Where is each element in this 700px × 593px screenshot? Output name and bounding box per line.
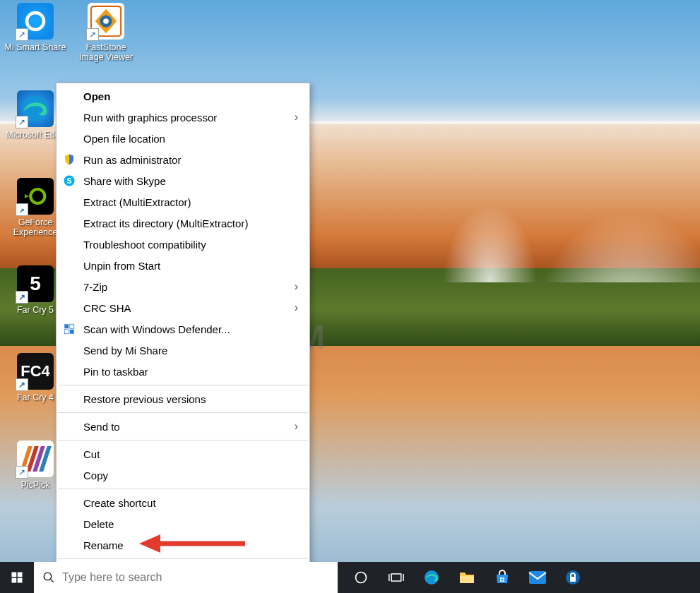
menu-item-delete[interactable]: Delete	[57, 513, 309, 534]
skype-icon: S	[62, 174, 76, 188]
menu-item-label: Create shortcut	[83, 497, 156, 509]
taskbar-edge[interactable]	[414, 562, 449, 593]
menu-item-extract-multiextractor[interactable]: Extract (MultiExtractor)	[57, 191, 309, 212]
far-cry-5-icon: 5 ↗	[17, 265, 54, 302]
menu-item-cut[interactable]: Cut	[57, 443, 309, 465]
shortcut-arrow-icon: ↗	[16, 203, 28, 216]
desktop-icon-faststone[interactable]: ↗ FastStone Image Viewer	[76, 3, 136, 71]
svg-rect-29	[500, 580, 502, 582]
menu-item-run-graphics[interactable]: Run with graphics processor›	[57, 107, 309, 128]
menu-item-label: Restore previous versions	[83, 393, 206, 405]
menu-item-open-file-location[interactable]: Open file location	[57, 128, 309, 149]
menu-item-send-mi-share[interactable]: Send by Mi Share	[57, 340, 309, 361]
menu-item-label: CRC SHA	[83, 302, 131, 314]
menu-item-label: Cut	[83, 448, 100, 460]
menu-item-label: Share with Skype	[83, 175, 166, 187]
menu-item-label: Run with graphics processor	[83, 112, 217, 124]
picpick-icon: ↗	[17, 441, 54, 477]
menu-item-pin-taskbar[interactable]: Pin to taskbar	[57, 361, 309, 382]
svg-rect-9	[64, 324, 69, 328]
menu-item-label: Run as administrator	[83, 154, 181, 166]
taskbar-security[interactable]	[555, 562, 591, 593]
svg-point-0	[27, 13, 44, 30]
svg-point-6	[103, 18, 109, 24]
menu-item-share-skype[interactable]: S Share with Skype	[57, 170, 309, 191]
edge-icon	[423, 569, 440, 586]
chevron-right-icon: ›	[295, 301, 298, 314]
taskbar-mail[interactable]	[520, 562, 555, 593]
menu-item-label: Extract (MultiExtractor)	[83, 196, 191, 208]
shortcut-arrow-icon: ↗	[16, 291, 28, 304]
menu-separator	[58, 558, 308, 559]
menu-item-send-to[interactable]: Send to›	[57, 416, 309, 437]
svg-rect-27	[500, 577, 502, 580]
menu-item-open[interactable]: Open	[57, 85, 309, 107]
svg-rect-33	[570, 577, 576, 582]
windows-logo-icon	[11, 571, 23, 584]
menu-item-unpin-start[interactable]: Unpin from Start	[57, 255, 309, 276]
taskbar-file-explorer[interactable]	[449, 562, 485, 593]
menu-item-label: Unpin from Start	[83, 260, 160, 272]
menu-item-label: Send by Mi Share	[83, 345, 167, 357]
faststone-icon: ↗	[88, 3, 124, 40]
chevron-right-icon: ›	[295, 420, 298, 433]
svg-rect-28	[503, 577, 505, 580]
taskbar-cortana[interactable]	[343, 562, 379, 593]
taskbar-task-view[interactable]	[379, 562, 414, 593]
svg-rect-10	[70, 324, 74, 328]
svg-rect-12	[70, 330, 74, 334]
shortcut-arrow-icon: ↗	[86, 28, 99, 41]
start-button[interactable]	[0, 562, 34, 593]
menu-item-label: Copy	[83, 469, 108, 481]
menu-item-copy[interactable]: Copy	[57, 465, 309, 486]
menu-item-label: Extract its directory (MultiExtractor)	[83, 217, 248, 229]
shortcut-arrow-icon: ↗	[16, 466, 28, 479]
menu-item-label: Delete	[83, 518, 114, 530]
menu-item-label: Pin to taskbar	[83, 366, 148, 378]
lock-shield-icon	[565, 569, 581, 586]
svg-rect-30	[503, 580, 505, 582]
menu-item-label: Troubleshoot compatibility	[83, 239, 206, 251]
shield-admin-icon	[62, 152, 76, 167]
svg-point-19	[44, 573, 52, 580]
menu-item-label: Send to	[83, 421, 120, 433]
menu-separator	[58, 385, 308, 385]
menu-item-label: Rename	[83, 539, 124, 551]
cortana-icon	[354, 570, 368, 585]
search-icon	[42, 571, 55, 584]
menu-item-troubleshoot[interactable]: Troubleshoot compatibility	[57, 234, 309, 255]
menu-item-restore-versions[interactable]: Restore previous versions	[57, 388, 309, 409]
shortcut-arrow-icon: ↗	[16, 116, 28, 128]
desktop-icon-label: Mi Smart Share	[4, 42, 67, 52]
svg-point-21	[356, 573, 367, 583]
menu-item-label: Open file location	[83, 133, 165, 145]
desktop[interactable]: M ↗ Mi Smart Share ↗ Microsoft Edge ↗ Ge…	[0, 0, 700, 593]
taskbar-search[interactable]	[34, 562, 338, 593]
chevron-right-icon: ›	[295, 111, 298, 124]
menu-item-crc-sha[interactable]: CRC SHA›	[57, 297, 309, 318]
menu-item-run-as-admin[interactable]: Run as administrator	[57, 149, 309, 170]
menu-item-extract-dir-multiextractor[interactable]: Extract its directory (MultiExtractor)	[57, 212, 309, 234]
svg-rect-11	[64, 330, 69, 334]
taskbar-search-input[interactable]	[62, 571, 329, 584]
menu-item-label: 7-Zip	[83, 281, 107, 293]
menu-item-rename[interactable]: Rename	[57, 534, 309, 556]
svg-rect-16	[18, 573, 23, 577]
taskbar-store[interactable]	[485, 562, 520, 593]
desktop-icon-mi-smart-share[interactable]: ↗ Mi Smart Share	[6, 3, 65, 71]
menu-item-7zip[interactable]: 7-Zip›	[57, 276, 309, 297]
menu-separator	[58, 412, 308, 413]
edge-icon: ↗	[17, 90, 54, 127]
svg-rect-17	[12, 578, 17, 583]
shortcut-arrow-icon: ↗	[16, 378, 28, 391]
menu-separator	[58, 440, 308, 441]
menu-item-windows-defender[interactable]: Scan with Windows Defender...	[57, 318, 309, 340]
menu-item-create-shortcut[interactable]: Create shortcut	[57, 492, 309, 513]
menu-item-label: Open	[83, 90, 110, 102]
taskbar-pins	[343, 562, 591, 593]
mail-icon	[528, 570, 547, 585]
mi-smart-share-icon: ↗	[17, 3, 54, 40]
taskbar	[0, 562, 700, 593]
menu-item-label: Scan with Windows Defender...	[83, 323, 230, 335]
svg-point-2	[30, 189, 45, 203]
